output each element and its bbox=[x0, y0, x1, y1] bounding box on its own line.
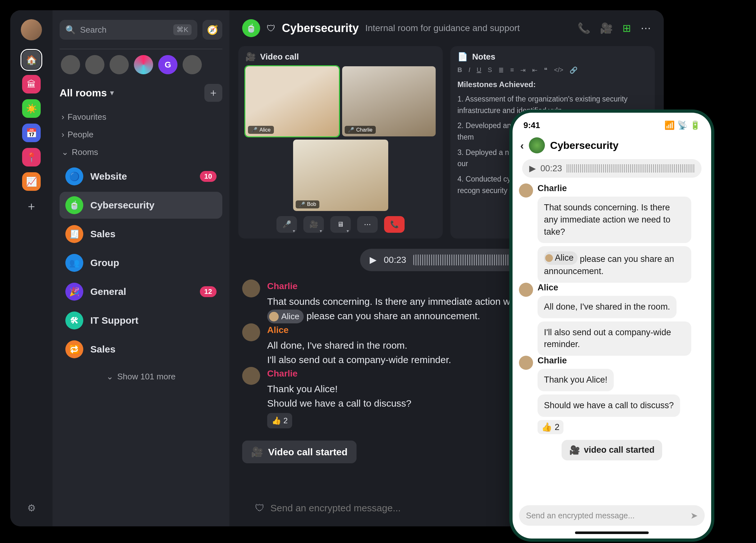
wifi-icon: 📡 bbox=[677, 120, 687, 130]
call-chip-label: video call started bbox=[584, 445, 655, 455]
show-more-rooms[interactable]: ⌄ Show 101 more bbox=[60, 372, 222, 382]
underline-icon[interactable]: U bbox=[477, 66, 481, 74]
composer[interactable]: Send an encrypted message... ➤ bbox=[519, 505, 705, 526]
home-indicator bbox=[575, 531, 649, 534]
video-tile-bob[interactable]: 🎤Bob bbox=[293, 140, 388, 211]
add-room-button[interactable]: ＋ bbox=[204, 84, 222, 102]
section-favourites[interactable]: › Favourites bbox=[60, 108, 222, 126]
rail-space-3[interactable]: 📅 bbox=[22, 124, 41, 142]
more-icon[interactable]: ⋯ bbox=[641, 22, 651, 34]
room-label: Sales bbox=[90, 344, 115, 355]
voice-message[interactable]: ▶ 00:23 bbox=[522, 159, 702, 178]
share-button[interactable]: 🖥 bbox=[330, 216, 351, 233]
message-bubble: I'll also send out a company-wide remind… bbox=[538, 321, 691, 356]
send-icon[interactable]: ➤ bbox=[690, 510, 698, 521]
room-item[interactable]: 🔁 Sales bbox=[60, 336, 222, 363]
rail-space-2[interactable]: ☀️ bbox=[22, 99, 41, 118]
indent-icon[interactable]: ⇥ bbox=[520, 66, 526, 74]
reaction[interactable]: 👍 2 bbox=[267, 413, 292, 428]
room-item[interactable]: 🛠 IT Support bbox=[60, 307, 222, 334]
recent-person[interactable] bbox=[61, 55, 80, 74]
call-chip-label: Video call started bbox=[268, 447, 348, 457]
sender-avatar[interactable] bbox=[519, 356, 533, 370]
notes-toolbar: B I U S ≣ ≡ ⇥ ⇤ ❝ </> 🔗 bbox=[457, 66, 648, 74]
room-avatar bbox=[529, 137, 545, 153]
quote-icon[interactable]: ❝ bbox=[544, 66, 547, 74]
reaction[interactable]: 👍 2 bbox=[538, 420, 563, 434]
numlist-icon[interactable]: ≡ bbox=[510, 66, 514, 74]
panel-title: Notes bbox=[472, 52, 495, 62]
unread-badge: 12 bbox=[200, 286, 217, 297]
mention-pill[interactable]: Alice bbox=[267, 309, 304, 323]
sender-avatar[interactable] bbox=[519, 283, 533, 297]
recent-person[interactable] bbox=[110, 55, 129, 74]
bold-icon[interactable]: B bbox=[457, 66, 462, 74]
video-icon[interactable]: 🎥 bbox=[600, 22, 613, 34]
play-icon[interactable]: ▶ bbox=[529, 163, 536, 174]
call-started-chip[interactable]: 🎥 Video call started bbox=[242, 440, 357, 463]
sender-name: Alice bbox=[538, 283, 558, 292]
verified-icon: 🛡 bbox=[267, 23, 275, 34]
room-item[interactable]: 👥 Group bbox=[60, 250, 222, 276]
camera-button[interactable]: 🎥 bbox=[303, 216, 324, 233]
recent-person[interactable]: G bbox=[158, 55, 177, 74]
hangup-button[interactable]: 📞 bbox=[384, 216, 405, 233]
search-input[interactable]: 🔍 Search ⌘K bbox=[60, 20, 197, 40]
sender-name: Alice bbox=[267, 323, 451, 337]
room-label: General bbox=[90, 286, 126, 297]
room-item[interactable]: 🍵 Cybersecurity bbox=[60, 192, 222, 219]
rail-space-1[interactable]: 🏛 bbox=[22, 75, 41, 94]
sender-avatar[interactable] bbox=[242, 279, 260, 297]
section-rooms[interactable]: ⌄ Rooms bbox=[60, 144, 222, 161]
explore-button[interactable]: 🧭 bbox=[202, 20, 222, 40]
room-icon: 🛠 bbox=[65, 311, 83, 329]
room-label: IT Support bbox=[90, 315, 138, 326]
recent-person[interactable] bbox=[85, 55, 104, 74]
recent-person[interactable] bbox=[134, 55, 153, 74]
rail-space-5[interactable]: 📈 bbox=[22, 172, 41, 191]
sender-avatar[interactable] bbox=[242, 367, 260, 385]
room-icon: 🍵 bbox=[65, 196, 83, 214]
me-avatar[interactable] bbox=[21, 19, 42, 40]
sender-avatar[interactable] bbox=[242, 323, 260, 341]
strike-icon[interactable]: S bbox=[488, 66, 492, 74]
mention-pill[interactable]: Alice bbox=[544, 251, 578, 265]
settings-icon[interactable]: ⚙ bbox=[27, 502, 36, 514]
phone-header: ‹ Cybersecurity bbox=[513, 133, 711, 159]
allrooms-header[interactable]: All rooms ▾ bbox=[60, 87, 114, 99]
outdent-icon[interactable]: ⇤ bbox=[532, 66, 538, 74]
back-button[interactable]: ‹ bbox=[520, 139, 524, 152]
sender-name: Charlie bbox=[267, 367, 411, 380]
room-item[interactable]: 🧾 Sales bbox=[60, 221, 222, 248]
video-tile-charlie[interactable]: 🎤Charlie bbox=[342, 66, 436, 136]
code-icon[interactable]: </> bbox=[554, 66, 563, 74]
section-label: People bbox=[68, 130, 94, 140]
section-people[interactable]: › People bbox=[60, 126, 222, 144]
message-line: Should we have a call to discuss? bbox=[267, 396, 411, 410]
link-icon[interactable]: 🔗 bbox=[570, 66, 578, 74]
rail-space-4[interactable]: 📍 bbox=[22, 148, 41, 167]
room-item[interactable]: 🔵 Website 10 bbox=[60, 163, 222, 190]
divider bbox=[60, 49, 222, 49]
video-controls: 🎤 🎥 🖥 ⋯ 📞 bbox=[245, 216, 436, 233]
more-button[interactable]: ⋯ bbox=[357, 216, 378, 233]
call-started-chip[interactable]: 🎥 video call started bbox=[562, 440, 662, 460]
video-tile-alice[interactable]: 🎤Alice bbox=[245, 66, 339, 136]
play-icon[interactable]: ▶ bbox=[370, 255, 377, 265]
apps-icon[interactable]: ⊞ bbox=[622, 22, 631, 34]
rail-home[interactable]: 🏠 bbox=[22, 51, 41, 69]
rail-add-space[interactable]: ＋ bbox=[26, 199, 37, 214]
allrooms-label: All rooms bbox=[60, 87, 107, 99]
room-subtitle: Internal room for guidance and support bbox=[365, 23, 520, 33]
italic-icon[interactable]: I bbox=[468, 66, 470, 74]
mute-button[interactable]: 🎤 bbox=[276, 216, 297, 233]
chevron-down-icon: ⌄ bbox=[106, 372, 113, 382]
voice-message[interactable]: ▶ 00:23 bbox=[360, 249, 533, 271]
call-icon[interactable]: 📞 bbox=[578, 22, 590, 34]
search-shortcut: ⌘K bbox=[173, 24, 192, 35]
message: CharlieThank you Alice!Should we have a … bbox=[519, 356, 705, 434]
sender-avatar[interactable] bbox=[519, 184, 533, 198]
recent-person[interactable] bbox=[183, 55, 202, 74]
list-icon[interactable]: ≣ bbox=[498, 66, 504, 74]
room-item[interactable]: 🎉 General 12 bbox=[60, 278, 222, 305]
